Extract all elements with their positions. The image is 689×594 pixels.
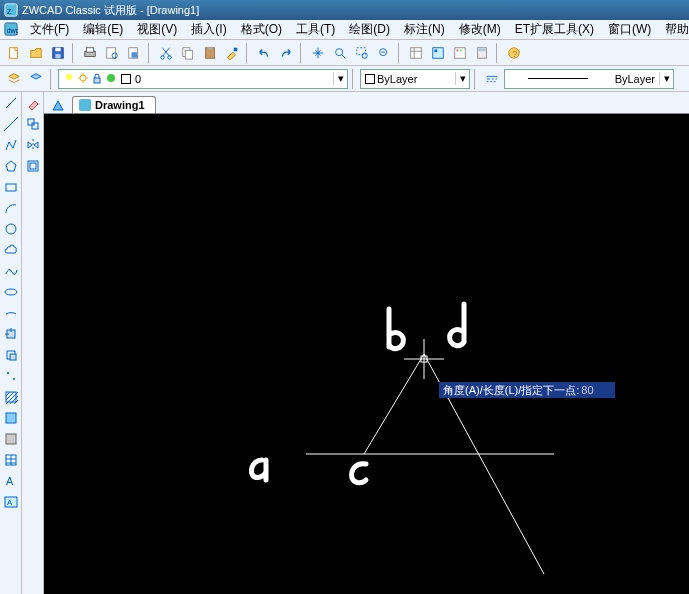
- drawing-canvas[interactable]: a b c d 角度(A)/长度(L)/指定下一点:: [44, 114, 689, 594]
- help-button[interactable]: ?: [504, 43, 524, 63]
- offset-tool[interactable]: [24, 157, 42, 175]
- menubar: dwg 文件(F) 编辑(E) 视图(V) 插入(I) 格式(O) 工具(T) …: [0, 20, 689, 40]
- layer-color-swatch: [121, 74, 131, 84]
- svg-rect-27: [435, 49, 438, 52]
- menu-tools[interactable]: 工具(T): [290, 19, 341, 40]
- tool-palette-button[interactable]: [450, 43, 470, 63]
- linetype-line: [528, 78, 588, 79]
- svg-point-48: [7, 372, 9, 374]
- mtext-tool[interactable]: A: [2, 472, 20, 490]
- rectangle-tool[interactable]: [2, 178, 20, 196]
- dwg-file-icon: [79, 99, 91, 111]
- properties-button[interactable]: [406, 43, 426, 63]
- open-button[interactable]: [26, 43, 46, 63]
- svg-rect-61: [79, 99, 91, 111]
- ellipse-arc-tool[interactable]: [2, 304, 20, 322]
- circle-tool[interactable]: [2, 220, 20, 238]
- menu-dimension[interactable]: 标注(N): [398, 19, 451, 40]
- svg-point-21: [336, 48, 343, 55]
- svg-text:▦: ▦: [131, 50, 138, 57]
- menu-file[interactable]: 文件(F): [24, 19, 75, 40]
- tab-home-icon[interactable]: [50, 97, 66, 113]
- menu-help[interactable]: 帮助: [659, 19, 689, 40]
- svg-line-40: [4, 117, 18, 131]
- region-tool[interactable]: [2, 430, 20, 448]
- save-button[interactable]: [48, 43, 68, 63]
- tab-label: Drawing1: [95, 99, 145, 111]
- layer-state-button[interactable]: [26, 69, 46, 89]
- match-prop-button[interactable]: [222, 43, 242, 63]
- annotation-d: d: [454, 325, 463, 342]
- svg-rect-60: [30, 163, 36, 169]
- hatch-tool[interactable]: [2, 388, 20, 406]
- dynamic-input-field[interactable]: [581, 384, 611, 396]
- new-button[interactable]: [4, 43, 24, 63]
- menu-format[interactable]: 格式(O): [235, 19, 288, 40]
- construction-line-tool[interactable]: [2, 115, 20, 133]
- zoom-previous-button[interactable]: [374, 43, 394, 63]
- chevron-down-icon: ▾: [455, 72, 469, 85]
- erase-tool[interactable]: [24, 94, 42, 112]
- gradient-tool[interactable]: [2, 409, 20, 427]
- table-tool[interactable]: [2, 451, 20, 469]
- menu-et[interactable]: ET扩展工具(X): [509, 19, 600, 40]
- svg-text:Z: Z: [7, 7, 12, 16]
- sun-icon: [77, 72, 89, 86]
- spline-tool[interactable]: [2, 262, 20, 280]
- svg-line-39: [6, 98, 16, 108]
- menu-modify[interactable]: 修改(M): [453, 19, 507, 40]
- print-preview-button[interactable]: [102, 43, 122, 63]
- svg-rect-26: [433, 47, 444, 58]
- copy-button[interactable]: [178, 43, 198, 63]
- polyline-tool[interactable]: [2, 136, 20, 154]
- draw-toolbar: A A: [0, 92, 22, 594]
- svg-text:?: ?: [512, 48, 517, 58]
- linetype-dropdown[interactable]: ByLayer ▾: [504, 69, 674, 89]
- calculator-button[interactable]: [472, 43, 492, 63]
- copy-obj-tool[interactable]: [24, 115, 42, 133]
- zoom-realtime-button[interactable]: [330, 43, 350, 63]
- text-tool[interactable]: A: [2, 493, 20, 511]
- chevron-down-icon: ▾: [333, 72, 347, 85]
- svg-rect-20: [234, 47, 238, 51]
- polygon-tool[interactable]: [2, 157, 20, 175]
- make-block-tool[interactable]: [2, 346, 20, 364]
- mirror-tool[interactable]: [24, 136, 42, 154]
- layer-manager-button[interactable]: [4, 69, 24, 89]
- svg-point-49: [13, 378, 15, 380]
- svg-rect-7: [55, 47, 60, 51]
- ellipse-tool[interactable]: [2, 283, 20, 301]
- pan-button[interactable]: [308, 43, 328, 63]
- menu-window[interactable]: 窗口(W): [602, 19, 657, 40]
- zoom-window-button[interactable]: [352, 43, 372, 63]
- publish-button[interactable]: ▦: [124, 43, 144, 63]
- point-tool[interactable]: [2, 367, 20, 385]
- layer-name: 0: [135, 73, 141, 85]
- document-tabs: Drawing1: [44, 92, 689, 114]
- insert-block-tool[interactable]: [2, 325, 20, 343]
- window-title: ZWCAD Classic 试用版 - [Drawing1]: [22, 3, 199, 18]
- linetype-button[interactable]: [482, 69, 502, 89]
- svg-rect-57: [28, 119, 34, 125]
- svg-rect-19: [207, 46, 212, 49]
- menu-draw[interactable]: 绘图(D): [343, 19, 396, 40]
- arc-tool[interactable]: [2, 199, 20, 217]
- redo-button[interactable]: [276, 43, 296, 63]
- svg-point-36: [80, 75, 86, 81]
- paste-button[interactable]: [200, 43, 220, 63]
- menu-edit[interactable]: 编辑(E): [77, 19, 129, 40]
- svg-marker-41: [6, 161, 16, 171]
- print-button[interactable]: [80, 43, 100, 63]
- design-center-button[interactable]: [428, 43, 448, 63]
- svg-rect-22: [357, 47, 366, 54]
- line-tool[interactable]: [2, 94, 20, 112]
- tab-drawing1[interactable]: Drawing1: [72, 96, 156, 113]
- menu-view[interactable]: 视图(V): [131, 19, 183, 40]
- menu-insert[interactable]: 插入(I): [185, 19, 232, 40]
- cut-button[interactable]: [156, 43, 176, 63]
- layer-dropdown[interactable]: 0 ▾: [58, 69, 348, 89]
- color-dropdown[interactable]: ByLayer ▾: [360, 69, 470, 89]
- revcloud-tool[interactable]: [2, 241, 20, 259]
- annotation-b: b: [384, 330, 393, 347]
- undo-button[interactable]: [254, 43, 274, 63]
